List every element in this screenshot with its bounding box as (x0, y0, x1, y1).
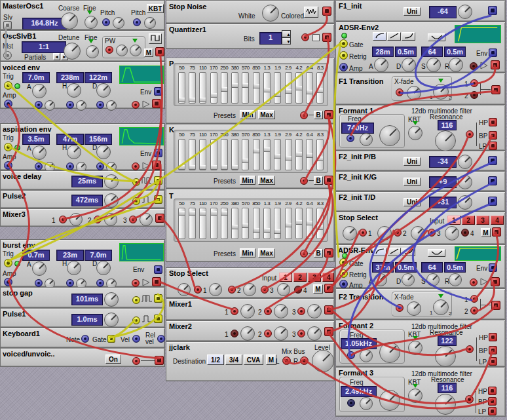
bank-slider[interactable] (274, 208, 281, 239)
slider-handle[interactable] (189, 211, 195, 216)
b-button[interactable]: B (314, 249, 323, 258)
slider-handle[interactable] (274, 92, 280, 97)
bank-slider[interactable] (263, 208, 271, 239)
resonance-knob[interactable] (435, 394, 456, 415)
level1-knob[interactable] (69, 213, 83, 226)
xfade-mod-input[interactable] (396, 88, 404, 96)
value-knob[interactable] (458, 175, 472, 189)
resonance-display[interactable]: 122 (438, 335, 457, 346)
coarse-knob[interactable] (61, 12, 78, 29)
level-knob[interactable] (312, 350, 334, 372)
mute-button[interactable]: M (144, 48, 153, 57)
decay-knob[interactable] (402, 58, 416, 72)
bus-l-input[interactable] (282, 356, 291, 365)
bank-input[interactable] (300, 177, 308, 185)
level2-knob[interactable] (274, 304, 288, 318)
freq-mod-knob[interactable] (360, 397, 373, 410)
quantize-output[interactable] (322, 33, 331, 42)
mix-output[interactable] (155, 214, 164, 223)
hold-knob[interactable] (67, 145, 81, 159)
uni-button[interactable]: Uni (404, 198, 421, 206)
slider-handle[interactable] (221, 87, 227, 92)
decay-display[interactable]: 0.5m (395, 47, 417, 57)
a-mod-input[interactable] (35, 101, 43, 109)
bank-slider[interactable] (178, 139, 185, 170)
bank-slider[interactable] (263, 72, 271, 104)
slider-handle[interactable] (242, 83, 248, 88)
cv-output[interactable] (488, 176, 497, 185)
fine-knob[interactable] (86, 45, 99, 58)
bank-slider[interactable] (178, 72, 185, 104)
bank-slider[interactable] (285, 139, 292, 170)
slider-handle[interactable] (317, 157, 323, 161)
in4[interactable] (461, 229, 469, 237)
bank-slider[interactable] (221, 139, 228, 170)
kbt-knob[interactable] (408, 341, 423, 355)
level2-knob[interactable] (377, 226, 392, 240)
level3-knob[interactable] (140, 213, 153, 226)
level1-knob[interactable] (343, 226, 357, 240)
in2[interactable] (394, 229, 402, 237)
in1[interactable] (231, 330, 238, 337)
bank-input[interactable] (300, 111, 308, 119)
attack-display[interactable]: 7.0m (22, 72, 50, 83)
pw-knob1[interactable] (116, 45, 128, 56)
bank-slider[interactable] (242, 139, 249, 170)
bank-output[interactable] (324, 248, 333, 258)
bits-down-button[interactable]: ▼ (282, 37, 291, 45)
level2-knob[interactable] (209, 283, 222, 296)
note-output[interactable] (81, 335, 89, 343)
pitch1-knob[interactable] (113, 17, 124, 29)
audio-output[interactable] (152, 99, 161, 108)
audio-input[interactable] (132, 279, 140, 287)
d-mod-knob[interactable] (106, 100, 117, 111)
in2[interactable] (94, 216, 102, 223)
slider-handle[interactable] (254, 149, 259, 153)
level3-knob[interactable] (307, 326, 322, 341)
in2[interactable] (264, 307, 272, 315)
retrig-input[interactable] (339, 269, 348, 278)
uni-button[interactable]: Uni (404, 157, 421, 166)
xfade-output[interactable] (491, 85, 500, 94)
attack-display[interactable]: 37m (372, 262, 394, 273)
attack-knob[interactable] (32, 261, 47, 276)
partials-prev-button[interactable]: ◄ (53, 53, 60, 60)
pitch2-input[interactable] (133, 18, 141, 26)
bank-slider[interactable] (242, 208, 249, 239)
level3-knob[interactable] (243, 283, 256, 296)
gate-input[interactable] (339, 39, 348, 48)
slider-handle[interactable] (317, 88, 323, 93)
max-button[interactable]: Max (258, 110, 275, 119)
curve-log-button[interactable] (373, 248, 386, 256)
in2[interactable] (264, 330, 272, 337)
input-select-1[interactable]: 1 (279, 273, 292, 282)
release-knob[interactable] (449, 273, 462, 286)
level3-knob[interactable] (307, 304, 322, 318)
gap-knob[interactable] (104, 292, 119, 307)
a-mod-knob[interactable] (45, 100, 55, 111)
cv-output[interactable] (488, 6, 497, 15)
bank-output[interactable] (324, 110, 333, 119)
d-mod-input[interactable] (96, 279, 104, 287)
env-output[interactable] (489, 48, 497, 57)
sustain-knob[interactable] (426, 273, 440, 286)
fine-knob[interactable] (84, 16, 98, 29)
attack-knob[interactable] (374, 58, 388, 72)
audio-output[interactable] (491, 60, 500, 69)
hold-display[interactable]: 238m (56, 72, 84, 83)
input-select-3[interactable]: 3 (308, 273, 321, 282)
pw-input[interactable] (105, 46, 113, 54)
amp-input[interactable] (339, 280, 348, 288)
bank-slider[interactable] (199, 139, 206, 170)
relvel-output[interactable] (157, 335, 165, 343)
bp-output[interactable] (489, 346, 497, 354)
slider-handle[interactable] (232, 165, 238, 170)
max-button[interactable]: Max (258, 248, 275, 258)
bank-slider[interactable] (210, 208, 217, 239)
gap-display[interactable]: 101ms (71, 294, 103, 305)
slider-handle[interactable] (221, 165, 227, 170)
bank-slider[interactable] (189, 72, 196, 104)
resonance-display[interactable]: 116 (438, 383, 457, 393)
input-select-3[interactable]: 3 (476, 216, 489, 225)
detune-knob[interactable] (64, 43, 81, 60)
